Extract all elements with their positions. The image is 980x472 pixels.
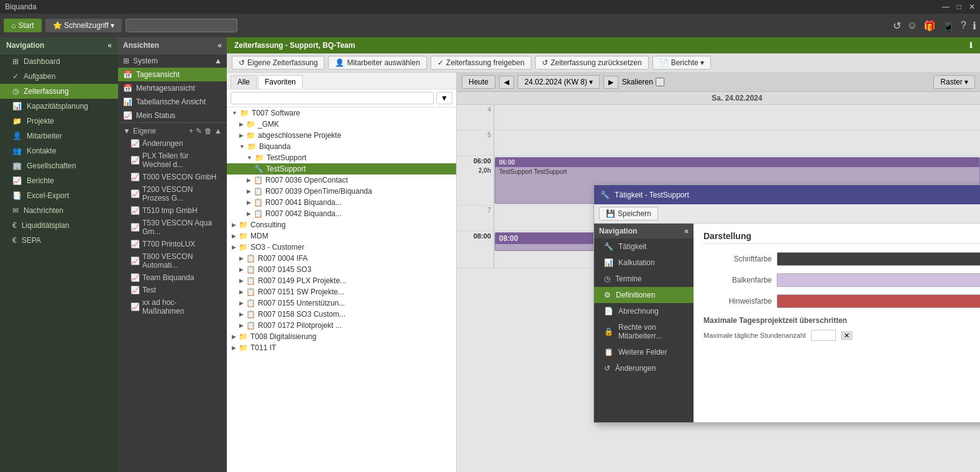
global-search-input[interactable]	[126, 19, 237, 32]
tree-node-abgeschlossen[interactable]: ▶ 📁 abgeschlossene Projekte	[227, 130, 456, 141]
del-filter-btn[interactable]: 🗑	[204, 127, 212, 135]
nav-item-kalkulation[interactable]: 📊 Kalkulation	[594, 255, 694, 271]
filter-t530[interactable]: 📈 T530 VESCON Aqua Gm...	[122, 217, 223, 238]
tree-node-t008[interactable]: ▶ 📁 T008 Digitalisierung	[227, 331, 456, 342]
filter-t510[interactable]: 📈 T510 tmp GmbH	[122, 204, 223, 217]
tree-search-input[interactable]	[231, 92, 434, 104]
question-icon[interactable]: ?	[961, 20, 966, 31]
sidebar-item-gesellschaften[interactable]: 🏢 Gesellschaften	[0, 158, 118, 173]
content-info-icon[interactable]: ℹ	[969, 41, 973, 50]
tree-node-mdm[interactable]: ▶ 📁 MDM	[227, 230, 456, 242]
tree-node-consulting[interactable]: ▶ 📁 Consulting	[227, 219, 456, 230]
dialog-nav-collapse[interactable]: «	[684, 227, 689, 235]
help-icon[interactable]: ↺	[893, 20, 901, 32]
max-time-input[interactable]	[811, 330, 836, 341]
sidebar-item-zeiterfassung[interactable]: ◷ Zeiterfassung	[0, 84, 118, 99]
tree-node-r0042[interactable]: ▶ 📋 R007 0042 Biquanda...	[227, 208, 456, 219]
tree-node-r0158[interactable]: ▶ 📋 R007 0158 SO3 Custom...	[227, 309, 456, 320]
maximize-btn[interactable]: □	[957, 2, 961, 11]
add-filter-btn[interactable]: +	[189, 127, 193, 135]
tree-node-r0151[interactable]: ▶ 📋 R007 0151 SW Projekte...	[227, 286, 456, 297]
minimize-btn[interactable]: —	[942, 2, 950, 11]
nav-item-felder[interactable]: 📋 Weitere Felder	[594, 344, 694, 360]
mitarbeiter-waehlen-btn[interactable]: 👤 Mitarbeiter auswählen	[328, 56, 426, 70]
filter-aenderungen[interactable]: 📈 Änderungen	[122, 137, 223, 150]
sidebar-item-berichte[interactable]: 📈 Berichte	[0, 173, 118, 188]
filter-test[interactable]: 📈 Test	[122, 284, 223, 296]
aufgaben-icon: ✓	[12, 72, 19, 81]
schnellzugriff-tab[interactable]: ⭐ Schnellzugriff ▾	[45, 19, 122, 32]
close-btn[interactable]: ✕	[969, 2, 975, 11]
tree-node-biquanda[interactable]: ▼ 📁 Biquanda	[227, 141, 456, 152]
info-icon[interactable]: ℹ	[973, 20, 976, 32]
tree-node-so3customer[interactable]: ▶ 📁 SO3 - Customer	[227, 242, 456, 253]
freigeben-btn[interactable]: ✓ Zeiterfassung freigeben	[431, 56, 531, 70]
nav-item-termine[interactable]: ◷ Termine	[594, 271, 694, 287]
tree-node-r0155[interactable]: ▶ 📋 R007 0155 Unterstützun...	[227, 297, 456, 309]
dialog-nav-header: Navigation «	[594, 224, 694, 238]
filter-t200[interactable]: 📈 T200 VESCON Prozess G...	[122, 183, 223, 204]
tree-node-r0004[interactable]: ▶ 📋 R007 0004 IFA	[227, 253, 456, 264]
nav-item-taetigkeit[interactable]: 🔧 Tätigkeit	[594, 238, 694, 255]
zuruecksetzen-btn[interactable]: ↺ Zeiterfassung zurücksetzen	[535, 56, 649, 70]
tree-node-t007[interactable]: ▼ 📁 T007 Software	[227, 107, 456, 119]
plx-icon: 📈	[131, 156, 140, 165]
filter-t800[interactable]: 📈 T800 VESCON Automati...	[122, 250, 223, 271]
tree-filter-btn[interactable]: ▼	[436, 92, 452, 104]
max-time-clear-btn[interactable]: ✕	[841, 331, 853, 340]
sidebar-item-mitarbeiter[interactable]: 👤 Mitarbeiter	[0, 129, 118, 143]
tree-node-r0145[interactable]: ▶ 📋 R007 0145 SO3	[227, 264, 456, 275]
tree-node-testsupport[interactable]: 🔧 TestSupport	[227, 163, 456, 175]
dialog-save-btn[interactable]: 💾 Speichern	[599, 207, 658, 220]
filter-arrow-btn[interactable]: ▲	[214, 127, 222, 135]
t000-label: T000 VESCON GmbH	[142, 173, 216, 181]
berichte-btn[interactable]: 📄 Berichte ▾	[653, 56, 711, 70]
sidebar-item-kapazitaet[interactable]: 📊 Kapazitätsplanung	[0, 99, 118, 114]
middle-item-tagesansicht[interactable]: 📅 Tagesansicht	[118, 68, 227, 81]
tree-node-r0041[interactable]: ▶ 📋 R007 0041 Biquanda...	[227, 197, 456, 208]
filter-t000[interactable]: 📈 T000 VESCON GmbH	[122, 171, 223, 183]
middle-collapse-icon[interactable]: «	[218, 41, 222, 50]
sidebar-item-excel[interactable]: 📑 Excel-Export	[0, 188, 118, 203]
mobile-icon[interactable]: 📱	[942, 20, 955, 32]
filter-xxad[interactable]: 📈 xx ad hoc-Maßnahmen	[122, 296, 223, 317]
edit-filter-btn[interactable]: ✎	[196, 127, 202, 135]
sidebar-collapse-icon[interactable]: «	[108, 41, 112, 50]
schriftfarbe-bar[interactable]	[777, 252, 980, 266]
eigene-zeiterfassung-btn[interactable]: ↺ Eigene Zeiterfassung	[232, 56, 324, 70]
filter-team[interactable]: 📈 Team Biquanda	[122, 271, 223, 284]
sidebar-item-projekte[interactable]: 📁 Projekte	[0, 114, 118, 129]
middle-item-system[interactable]: ⊞ System ▲	[118, 54, 227, 68]
tree-node-gmk[interactable]: ▶ 📁 _GMK	[227, 119, 456, 130]
abrechnung-nav-icon: 📄	[604, 307, 613, 315]
alle-tab[interactable]: Alle	[231, 75, 257, 89]
meinstatus-label: Mein Status	[136, 111, 175, 120]
middle-item-tabellarisch[interactable]: 📊 Tabellarische Ansicht	[118, 95, 227, 109]
gift-icon[interactable]: 🎁	[923, 20, 936, 32]
tree-node-r0039[interactable]: ▶ 📋 R007 0039 OpenTime/Biquanda	[227, 186, 456, 197]
nav-item-abrechnung[interactable]: 📄 Abrechnung	[594, 303, 694, 319]
nav-item-definitionen[interactable]: ⚙ Definitionen	[594, 287, 694, 303]
tree-node-t011[interactable]: ▶ 📁 T011 IT	[227, 342, 456, 353]
tree-node-testsupport-folder[interactable]: ▼ 📁 TestSupport	[227, 152, 456, 163]
tree-node-r0036[interactable]: ▶ 📋 R007 0036 OpenContact	[227, 175, 456, 186]
hinweisfarbe-bar[interactable]	[777, 294, 980, 308]
start-tab[interactable]: ⌂ Start	[4, 19, 42, 32]
smiley-icon[interactable]: ☺	[907, 20, 917, 31]
tree-node-r0172[interactable]: ▶ 📋 R007 0172 Pilotprojekt ...	[227, 320, 456, 331]
middle-item-meinstatus[interactable]: 📈 Mein Status	[118, 109, 227, 122]
sidebar-item-dashboard[interactable]: ⊞ Dashboard	[0, 54, 118, 69]
sidebar-item-nachrichten[interactable]: ✉ Nachrichten	[0, 203, 118, 218]
filter-t700[interactable]: 📈 T700 PrintoLUX	[122, 238, 223, 250]
nav-item-rechte[interactable]: 🔒 Rechte von Mitarbeiterr...	[594, 319, 694, 344]
sidebar-item-aufgaben[interactable]: ✓ Aufgaben	[0, 69, 118, 84]
filter-plx[interactable]: 📈 PLX Teilen für Wechsel d...	[122, 150, 223, 171]
favoriten-tab[interactable]: Favoriten	[258, 75, 303, 89]
sidebar-item-liquiditaet[interactable]: € Liquiditätsplan	[0, 218, 118, 233]
nav-item-aenderungen[interactable]: ↺ Änderungen	[594, 360, 694, 376]
balkenfarbe-bar[interactable]	[777, 273, 980, 287]
sidebar-item-sepa[interactable]: € SEPA	[0, 233, 118, 248]
middle-item-mehrtages[interactable]: 📅 Mehrtagesansicht	[118, 81, 227, 95]
tree-node-r0149[interactable]: ▶ 📋 R007 0149 PLX Projekte...	[227, 275, 456, 286]
sidebar-item-kontakte[interactable]: 👥 Kontakte	[0, 143, 118, 158]
